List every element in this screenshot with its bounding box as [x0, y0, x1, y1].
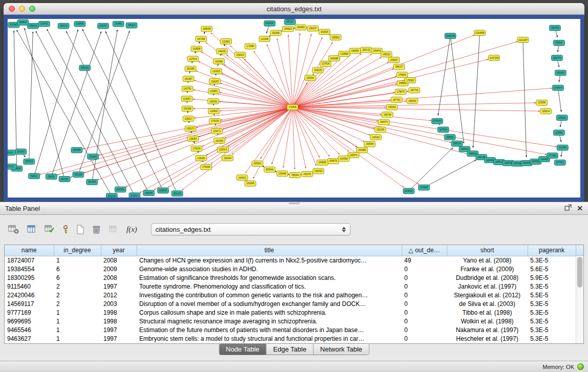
graph-node[interactable]: 201554 — [115, 187, 126, 192]
graph-node[interactable]: 126171 — [211, 128, 223, 134]
graph-node[interactable]: 156132 — [360, 47, 372, 53]
graph-node[interactable]: 190115 — [451, 141, 463, 146]
graph-node[interactable]: 186059 — [201, 26, 212, 32]
graph-node[interactable]: 201510 — [15, 149, 27, 155]
graph-node[interactable]: 135617 — [183, 116, 194, 122]
graph-node[interactable]: 145208 — [195, 156, 207, 161]
graph-node[interactable]: 816304 — [264, 20, 275, 26]
table-selector-dropdown[interactable]: citations_edges.txt — [151, 223, 351, 235]
column-header-short[interactable]: short — [447, 245, 528, 256]
graph-node[interactable]: 169579 — [328, 158, 339, 164]
graph-edge[interactable] — [293, 107, 320, 158]
table-row[interactable]: 1872400712008Changes of HCN gene express… — [5, 256, 576, 265]
graph-node[interactable]: 149283 — [350, 48, 361, 54]
graph-node[interactable]: 121045 — [557, 145, 568, 150]
graph-edge[interactable] — [220, 93, 292, 107]
graph-node[interactable]: 118155 — [209, 78, 221, 84]
graph-node[interactable]: 144200 — [216, 49, 228, 54]
graph-node[interactable]: 191453 — [555, 70, 566, 76]
float-panel-icon[interactable] — [564, 204, 572, 212]
delete-column-icon[interactable] — [91, 224, 102, 235]
graph-edge[interactable] — [293, 54, 372, 107]
graph-node[interactable]: 925441 — [264, 167, 275, 172]
graph-node[interactable]: 59015 — [46, 174, 57, 180]
graph-node[interactable]: 924502 — [403, 188, 415, 194]
graph-node[interactable]: 205013 — [24, 159, 35, 164]
graph-node[interactable]: 974504 — [419, 185, 430, 190]
graph-node[interactable]: 162363 — [214, 138, 225, 144]
graph-node[interactable]: 182260 — [270, 30, 281, 36]
graph-node[interactable]: 176234 — [191, 146, 202, 151]
table-row[interactable]: 1830029562008Estimation of significance … — [5, 273, 576, 282]
table-row[interactable]: 946362711997Embryonic stem cells: a mode… — [5, 334, 576, 343]
graph-edge[interactable] — [293, 57, 381, 107]
graph-node[interactable]: 108191 — [556, 115, 568, 121]
graph-edge[interactable] — [424, 160, 476, 188]
graph-node[interactable]: 206413 — [58, 23, 69, 29]
key-icon[interactable] — [61, 224, 70, 235]
graph-node[interactable]: 159637 — [388, 57, 400, 63]
graph-node[interactable]: 103902 — [208, 108, 220, 114]
graph-node[interactable]: 168746 — [382, 112, 393, 118]
graph-node[interactable]: 159549 — [364, 141, 375, 147]
graph-node[interactable]: 127514 — [187, 56, 199, 62]
graph-node[interactable]: 175875 — [395, 89, 406, 95]
graph-node[interactable]: 116514 — [540, 108, 552, 114]
graph-node[interactable]: 59051 — [29, 173, 40, 179]
graph-node[interactable]: 109965 — [317, 160, 328, 165]
graph-node[interactable]: 127518 — [320, 61, 331, 67]
graph-edge[interactable] — [283, 107, 292, 168]
graph-node[interactable]: 167394 — [195, 36, 207, 42]
graph-node[interactable]: 160474 — [378, 119, 389, 125]
graph-edge[interactable] — [293, 58, 340, 107]
graph-node[interactable]: 172409 — [287, 104, 298, 110]
graph-node[interactable]: 209145 — [143, 190, 155, 196]
vertical-scrollbar[interactable] — [576, 256, 583, 343]
graph-node[interactable]: 151541 — [301, 171, 313, 177]
graph-node[interactable]: 115938 — [536, 100, 548, 105]
graph-node[interactable]: 1197349 — [488, 55, 499, 61]
graph-node[interactable]: 213514 — [129, 193, 140, 198]
graph-node[interactable]: 136173 — [185, 126, 196, 132]
graph-node[interactable]: 196137 — [394, 64, 405, 70]
graph-node[interactable]: 196137 — [307, 26, 318, 31]
graph-node[interactable]: 162625 — [319, 29, 330, 35]
graph-node[interactable]: 795344 — [290, 172, 301, 178]
function-builder-icon[interactable]: f(x) — [125, 224, 138, 235]
graph-node[interactable]: 194663 — [282, 26, 294, 32]
graph-node[interactable]: 141612 — [236, 175, 248, 181]
graph-node[interactable]: 1679197 — [431, 118, 443, 124]
graph-node[interactable]: 20142 — [8, 164, 16, 169]
graph-node[interactable]: 141957 — [183, 76, 194, 82]
graph-node[interactable]: 1221397 — [517, 37, 529, 43]
graph-edge[interactable] — [293, 69, 394, 107]
graph-node[interactable]: 148122 — [381, 52, 392, 57]
graph-node[interactable]: 190759 — [549, 25, 560, 31]
graph-node[interactable]: 150346 — [245, 181, 256, 186]
graph-node[interactable]: 167919 — [438, 127, 449, 133]
graph-node[interactable]: 201459 — [86, 179, 98, 185]
graph-node[interactable]: 185093 — [407, 98, 418, 104]
graph-node[interactable]: 150344 — [222, 156, 233, 161]
graph-node[interactable]: 141414 — [552, 85, 563, 91]
graph-node[interactable]: 55723 — [285, 19, 296, 25]
table-panel-header[interactable]: Table Panel ✕ — [0, 202, 588, 215]
column-header-out_de[interactable]: △ out_de… — [402, 245, 447, 256]
graph-node[interactable]: 187751 — [409, 87, 420, 93]
graph-edge[interactable] — [293, 107, 340, 155]
graph-node[interactable]: 176139 — [209, 118, 221, 124]
graph-node[interactable]: 195252 — [386, 104, 398, 110]
table-row[interactable]: 1938455462009Genome-wide association stu… — [5, 265, 576, 273]
graph-node[interactable]: 169409 — [295, 25, 306, 30]
graph-node[interactable]: 55914 — [553, 40, 564, 46]
graph-node[interactable]: 181580 — [185, 66, 196, 72]
tab-network-table[interactable]: Network Table — [314, 344, 369, 355]
graph-node[interactable]: 187751 — [391, 97, 402, 103]
graph-edge[interactable] — [450, 36, 464, 143]
graph-node[interactable]: 146162 — [370, 135, 381, 140]
table-row[interactable]: 969969511998Structural magnetic resonanc… — [5, 317, 576, 325]
network-graph-canvas[interactable]: 1724091630101600251275182260881228881492… — [8, 19, 580, 198]
graph-node[interactable]: 160025 — [312, 68, 323, 73]
graph-node[interactable]: 177540 — [547, 153, 558, 159]
graph-node[interactable]: 178503 — [405, 78, 416, 83]
